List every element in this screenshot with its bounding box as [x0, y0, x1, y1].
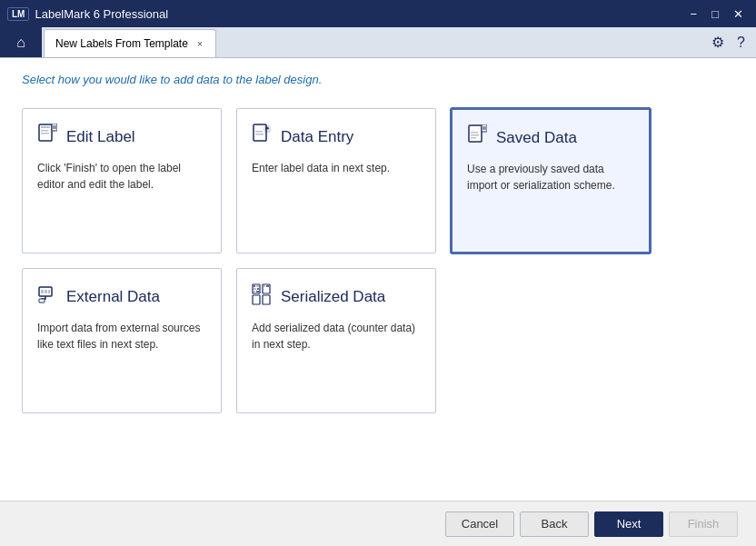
- svg-rect-12: [469, 125, 482, 142]
- svg-rect-23: [39, 299, 45, 303]
- title-bar: LM LabelMark 6 Professional − □ ✕: [0, 0, 756, 27]
- option-edit-label[interactable]: Edit Label Click 'Finish' to open the la…: [22, 108, 222, 253]
- gear-icon: ⚙: [711, 35, 724, 50]
- option-saved-data-header: Saved Data: [467, 124, 634, 152]
- option-data-entry[interactable]: Data Entry Enter label data in next step…: [236, 108, 436, 253]
- option-edit-label-header: Edit Label: [37, 124, 206, 151]
- tab-new-labels[interactable]: New Labels From Template ×: [44, 29, 216, 57]
- tab-bar-right: ⚙ ?: [708, 27, 756, 57]
- finish-button[interactable]: Finish: [669, 511, 738, 537]
- tab-bar: ⌂ New Labels From Template × ⚙ ?: [0, 27, 756, 58]
- svg-rect-10: [255, 131, 263, 133]
- saved-data-desc: Use a previously saved data import or se…: [467, 161, 634, 194]
- svg-rect-33: [266, 285, 269, 287]
- close-button[interactable]: ✕: [728, 6, 749, 22]
- svg-rect-1: [41, 126, 50, 128]
- svg-rect-35: [263, 295, 270, 304]
- external-data-icon: [37, 283, 57, 311]
- tab-close-button[interactable]: ×: [195, 38, 204, 49]
- saved-data-title: Saved Data: [496, 129, 577, 147]
- minimize-button[interactable]: −: [685, 6, 703, 22]
- svg-rect-26: [256, 285, 259, 287]
- data-entry-icon: [252, 124, 272, 151]
- svg-rect-32: [264, 285, 265, 287]
- svg-rect-25: [254, 285, 255, 287]
- tab-label: New Labels From Template: [55, 37, 188, 50]
- svg-rect-3: [41, 133, 49, 134]
- svg-rect-34: [253, 295, 260, 304]
- external-data-desc: Import data from external sources like t…: [37, 320, 206, 352]
- page-subtitle: Select how you would like to add data to…: [22, 73, 734, 86]
- window-controls: − □ ✕: [685, 6, 749, 22]
- options-grid: Edit Label Click 'Finish' to open the la…: [22, 108, 734, 413]
- svg-rect-27: [254, 288, 256, 290]
- option-external-data-header: External Data: [37, 283, 206, 311]
- settings-button[interactable]: ⚙: [708, 32, 728, 53]
- cancel-button[interactable]: Cancel: [445, 511, 514, 537]
- back-button[interactable]: Back: [520, 511, 589, 537]
- svg-rect-16: [471, 132, 478, 134]
- svg-rect-18: [471, 137, 476, 139]
- option-saved-data[interactable]: Saved Data Use a previously saved data i…: [451, 108, 651, 253]
- edit-label-desc: Click 'Finish' to open the label editor …: [37, 160, 206, 193]
- option-external-data[interactable]: External Data Import data from external …: [22, 268, 222, 413]
- serialized-data-icon: [252, 283, 272, 311]
- app-title: LabelMark 6 Professional: [35, 7, 168, 21]
- serialized-data-desc: Add serialized data (counter data) in ne…: [252, 320, 421, 352]
- next-button[interactable]: Next: [594, 511, 663, 537]
- saved-data-icon: [467, 124, 487, 152]
- main-content: Select how you would like to add data to…: [0, 58, 756, 501]
- help-button[interactable]: ?: [733, 33, 749, 53]
- svg-rect-2: [41, 130, 48, 132]
- title-bar-left: LM LabelMark 6 Professional: [7, 7, 168, 21]
- option-serialized-data-header: Serialized Data: [252, 283, 421, 311]
- option-serialized-data[interactable]: Serialized Data Add serialized data (cou…: [236, 268, 436, 413]
- app-logo: LM: [7, 7, 29, 21]
- help-icon: ?: [737, 35, 745, 50]
- restore-button[interactable]: □: [706, 6, 724, 22]
- edit-label-icon: [37, 124, 57, 151]
- svg-rect-4: [52, 124, 57, 131]
- external-data-title: External Data: [66, 288, 160, 306]
- svg-rect-21: [45, 290, 47, 293]
- svg-rect-29: [254, 291, 255, 293]
- footer: Cancel Back Next Finish: [0, 501, 756, 546]
- edit-label-title: Edit Label: [66, 128, 135, 146]
- svg-rect-13: [482, 124, 487, 132]
- svg-rect-11: [255, 134, 264, 135]
- svg-rect-30: [256, 291, 259, 293]
- data-entry-title: Data Entry: [281, 128, 353, 146]
- home-button[interactable]: ⌂: [0, 27, 42, 57]
- svg-point-9: [266, 127, 269, 130]
- svg-rect-22: [48, 290, 50, 293]
- svg-rect-20: [41, 290, 44, 293]
- option-data-entry-header: Data Entry: [252, 124, 421, 151]
- home-icon: ⌂: [16, 35, 25, 51]
- data-entry-desc: Enter label data in next step.: [252, 160, 421, 176]
- svg-rect-28: [257, 288, 259, 290]
- serialized-data-title: Serialized Data: [281, 288, 385, 306]
- svg-rect-17: [471, 134, 479, 136]
